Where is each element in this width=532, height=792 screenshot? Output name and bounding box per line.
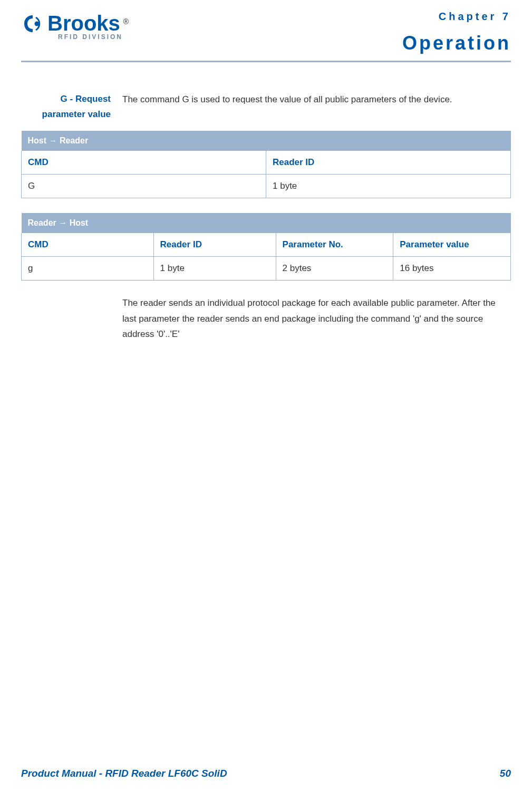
col-cmd: CMD: [22, 151, 266, 175]
col-param-no: Parameter No.: [276, 233, 393, 257]
table-row: G 1 byte: [22, 174, 511, 198]
cell-cmd: g: [22, 256, 154, 280]
col-param-value: Parameter value: [393, 233, 511, 257]
table-row: g 1 byte 2 bytes 16 bytes: [22, 256, 511, 280]
table-host-to-reader: Host → Reader CMD Reader ID G 1 byte: [21, 131, 511, 198]
table-title: Host → Reader: [22, 131, 511, 151]
section-body: The command G is used to request the val…: [122, 92, 511, 122]
chapter-title: Operation: [402, 32, 511, 54]
col-reader-id: Reader ID: [266, 151, 511, 175]
table-title-row: Host → Reader: [22, 131, 511, 151]
brooks-logo-icon: [21, 12, 44, 35]
col-reader-id: Reader ID: [153, 233, 276, 257]
logo: Brooks® RFID DIVISION: [21, 11, 129, 41]
header-divider: [21, 61, 511, 62]
table-title: Reader → Host: [22, 213, 511, 233]
table-reader-to-host: Reader → Host CMD Reader ID Parameter No…: [21, 213, 511, 281]
cell-reader-id: 1 byte: [153, 256, 276, 280]
table-header-row: CMD Reader ID: [22, 151, 511, 175]
note-text: The reader sends an individual protocol …: [122, 295, 511, 342]
page-number: 50: [500, 768, 511, 779]
col-cmd: CMD: [22, 233, 154, 257]
footer-title: Product Manual - RFID Reader LF60C SoliD: [21, 768, 227, 779]
section-label: G - Request parameter value: [21, 92, 111, 122]
logo-subtitle: RFID DIVISION: [58, 33, 129, 41]
chapter-label: Chapter 7: [402, 11, 511, 23]
table-header-row: CMD Reader ID Parameter No. Parameter va…: [22, 233, 511, 257]
section-g-request: G - Request parameter value The command …: [21, 92, 511, 122]
logo-text: Brooks: [47, 12, 120, 35]
cell-cmd: G: [22, 174, 266, 198]
cell-reader-id: 1 byte: [266, 174, 511, 198]
page-header: Brooks® RFID DIVISION Chapter 7 Operatio…: [21, 11, 511, 54]
chapter-block: Chapter 7 Operation: [402, 11, 511, 54]
cell-param-value: 16 bytes: [393, 256, 511, 280]
cell-param-no: 2 bytes: [276, 256, 393, 280]
page-footer: Product Manual - RFID Reader LF60C SoliD…: [21, 768, 511, 779]
registered-mark: ®: [123, 17, 129, 26]
table-title-row: Reader → Host: [22, 213, 511, 233]
